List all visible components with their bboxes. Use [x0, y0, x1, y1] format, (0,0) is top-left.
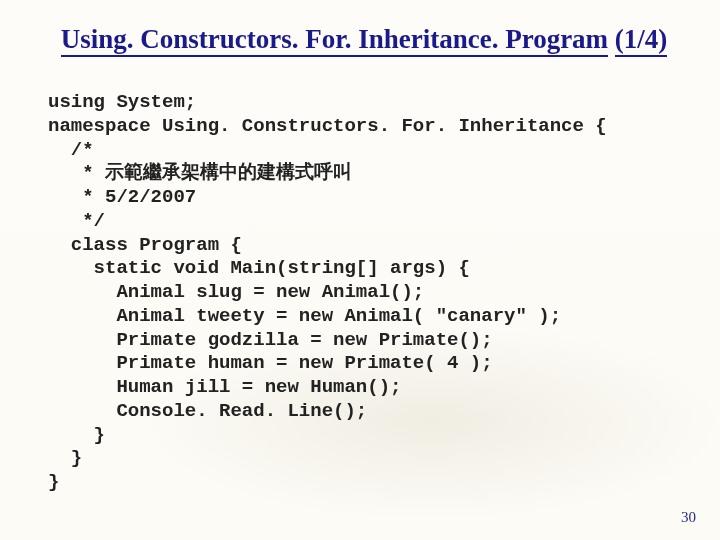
code-line: Console. Read. Line();: [48, 400, 367, 422]
code-line: Animal slug = new Animal();: [48, 281, 424, 303]
code-line: * 示範繼承架構中的建構式呼叫: [48, 162, 352, 184]
code-block: using System; namespace Using. Construct…: [48, 91, 680, 495]
code-line: /*: [48, 139, 94, 161]
title-main: Using. Constructors. For. Inheritance. P…: [61, 24, 608, 57]
code-line: }: [48, 424, 105, 446]
code-line: Human jill = new Human();: [48, 376, 401, 398]
code-line: static void Main(string[] args) {: [48, 257, 470, 279]
slide-title: Using. Constructors. For. Inheritance. P…: [48, 24, 680, 55]
code-line: }: [48, 471, 59, 493]
code-line: using System;: [48, 91, 196, 113]
code-line: Primate human = new Primate( 4 );: [48, 352, 493, 374]
code-line: Animal tweety = new Animal( "canary" );: [48, 305, 561, 327]
code-line: namespace Using. Constructors. For. Inhe…: [48, 115, 607, 137]
code-line: * 5/2/2007: [48, 186, 196, 208]
slide: Using. Constructors. For. Inheritance. P…: [0, 0, 720, 540]
title-counter: (1/4): [615, 24, 667, 57]
page-number: 30: [681, 509, 696, 526]
code-line: class Program {: [48, 234, 242, 256]
code-line: */: [48, 210, 105, 232]
code-line: Primate godzilla = new Primate();: [48, 329, 493, 351]
code-line: }: [48, 447, 82, 469]
